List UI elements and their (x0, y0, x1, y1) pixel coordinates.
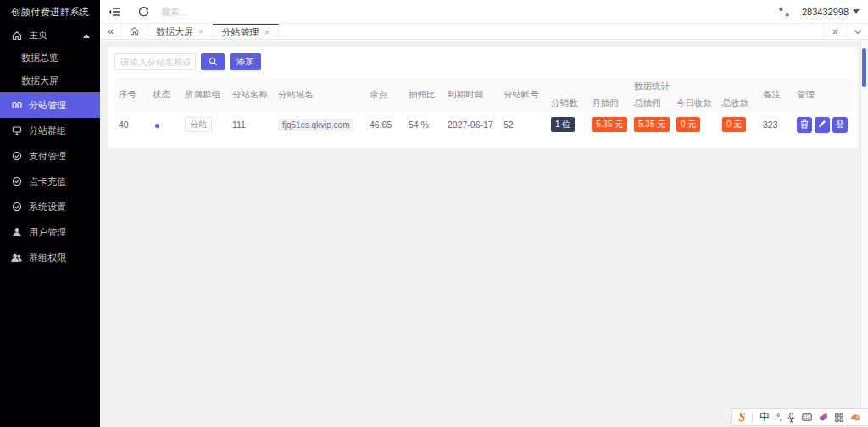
users-icon (11, 252, 22, 263)
cell-total-income: 0 元 (717, 112, 758, 137)
table-toolbar: 添加 (114, 53, 853, 70)
skin-icon[interactable] (850, 413, 860, 422)
table-header: 序号 状态 所属群组 分站名称 分站域名 余点 抽佣比 到期时间 分站帐号 数据… (114, 78, 853, 112)
total-income-badge: 0 元 (722, 117, 746, 132)
sidebar-item-system-setting[interactable]: 系统设置 (0, 194, 100, 219)
ime-mode-toggle[interactable]: 中 (760, 410, 770, 424)
tab-bar-spacer (279, 24, 824, 39)
sidebar-item-site-group[interactable]: 分站群组 (0, 118, 100, 143)
sidebar-item-site-manage[interactable]: 分站管理 (0, 92, 100, 118)
status-dot (155, 124, 159, 128)
sidebar-item-card-recharge[interactable]: 点卡充值 (0, 169, 100, 194)
col-remark: 备注 (758, 78, 792, 112)
sidebar-item-label: 分站群组 (29, 125, 66, 137)
close-icon[interactable]: × (198, 26, 203, 36)
row-actions: 登 (797, 117, 848, 133)
home-icon (11, 30, 22, 41)
close-icon[interactable]: × (264, 27, 269, 37)
toolbox-grid-icon[interactable] (835, 413, 843, 422)
cell-site-name: 111 (227, 112, 273, 137)
month-commission-badge: 5.35 元 (592, 117, 627, 132)
tab-home[interactable] (122, 24, 147, 39)
site-manage-card: 添加 序号 状态 所属群组 分站名称 分站域名 余点 抽佣比 到期时间 (108, 47, 858, 148)
sidebar-item-home[interactable]: 主页 (0, 24, 100, 47)
sidebar-item-group-permission[interactable]: 群组权限 (0, 245, 100, 270)
user-menu[interactable]: 283432998 (798, 7, 868, 17)
cell-remark: 323 (758, 112, 792, 137)
ime-toolbar: S 中 °, (731, 408, 868, 426)
search-icon (209, 57, 218, 68)
col-status: 状态 (147, 78, 180, 112)
app-title: 创颜付费进群系统 (0, 0, 100, 24)
tab-bar: « 数据大屏 × 分站管理 × » (100, 24, 868, 40)
tab-label: 分站管理 (221, 26, 259, 39)
sidebar-item-data-screen[interactable]: 数据大屏 (0, 69, 100, 92)
check-circle-icon (11, 202, 22, 213)
add-button[interactable]: 添加 (230, 53, 261, 70)
col-today-income: 今日收款 (671, 95, 717, 112)
col-serial: 序号 (114, 78, 147, 112)
site-domain[interactable]: fjq51cs.qkvip.com (278, 119, 353, 131)
sidebar-item-label: 系统设置 (29, 201, 66, 214)
punctuation-icon[interactable]: °, (776, 413, 781, 422)
delete-button[interactable] (797, 117, 812, 133)
columns-icon (11, 100, 22, 111)
sidebar-item-label: 用户管理 (29, 226, 66, 239)
soft-keyboard-icon[interactable] (802, 413, 812, 421)
cell-status (147, 112, 180, 137)
sogou-logo-icon[interactable]: S (738, 411, 745, 424)
double-chevron-right-icon: » (832, 25, 838, 37)
sidebar-item-label: 支付管理 (29, 150, 66, 163)
check-circle-icon (11, 151, 22, 162)
microphone-icon[interactable] (787, 413, 795, 423)
total-commission-badge: 5.35 元 (634, 117, 670, 132)
col-site-domain: 分站域名 (273, 78, 364, 112)
col-expire-time: 到期时间 (442, 78, 498, 112)
sidebar-item-user-manage[interactable]: 用户管理 (0, 219, 100, 245)
sidebar-item-data-overview[interactable]: 数据总览 (0, 47, 100, 69)
cell-balance: 46.65 (364, 112, 403, 137)
login-site-button[interactable]: 登 (832, 117, 848, 133)
col-site-name: 分站名称 (227, 78, 273, 112)
refresh-icon[interactable] (129, 0, 158, 23)
tabs-scroll-right-button[interactable]: » (824, 24, 846, 39)
chevron-down-icon (853, 9, 860, 14)
chevron-down-icon (854, 25, 862, 37)
user-icon (11, 227, 22, 238)
cell-month-commission: 5.35 元 (587, 112, 629, 137)
col-group: 所属群组 (180, 78, 227, 112)
col-manage: 管理 (792, 78, 853, 112)
double-chevron-left-icon: « (108, 25, 114, 37)
cell-total-commission: 5.35 元 (629, 112, 671, 137)
sidebar-item-label: 群组权限 (29, 252, 66, 264)
cell-commission-rate: 54 % (403, 112, 442, 137)
top-header: 283432998 (100, 0, 868, 24)
cell-expire-time: 2027-06-17 (442, 112, 498, 137)
col-total-commission: 总抽佣 (629, 95, 671, 112)
tab-site-manage[interactable]: 分站管理 × (213, 24, 278, 39)
group-tag: 分站 (185, 117, 212, 132)
site-search-input[interactable] (114, 53, 196, 70)
check-circle-icon (11, 176, 22, 187)
edit-button[interactable] (815, 117, 830, 133)
sidebar-item-pay-manage[interactable]: 支付管理 (0, 143, 100, 169)
collapse-sidebar-icon[interactable] (100, 0, 129, 23)
distributors-badge: 1 位 (551, 117, 575, 132)
global-search-input[interactable] (161, 7, 288, 17)
monitor-icon (11, 125, 22, 136)
content-area: 添加 序号 状态 所属群组 分站名称 分站域名 余点 抽佣比 到期时间 (100, 41, 868, 427)
ime-divider (752, 413, 753, 423)
tabs-menu-button[interactable] (846, 24, 868, 39)
scrollbar-thumb[interactable] (862, 48, 866, 87)
emoji-icon[interactable] (819, 413, 828, 422)
cell-serial: 40 (114, 112, 147, 137)
tabs-scroll-left-button[interactable]: « (100, 24, 122, 39)
fullscreen-icon[interactable] (770, 0, 798, 23)
tab-data-screen[interactable]: 数据大屏 × (147, 24, 213, 39)
chevron-up-icon (83, 34, 90, 38)
search-button[interactable] (201, 53, 225, 70)
scrollbar-track[interactable] (860, 41, 868, 427)
cell-manage: 登 (792, 112, 853, 137)
col-total-income: 总收款 (717, 95, 758, 112)
cell-site-account: 52 (498, 112, 546, 137)
